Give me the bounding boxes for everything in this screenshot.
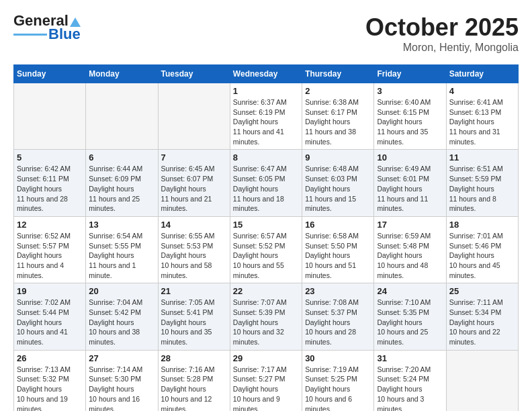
weekday-header: Monday xyxy=(86,65,158,83)
day-info: Sunrise: 7:07 AMSunset: 5:39 PMDaylight … xyxy=(233,298,299,347)
day-number: 22 xyxy=(233,286,299,296)
day-info: Sunrise: 7:08 AMSunset: 5:37 PMDaylight … xyxy=(305,298,371,347)
day-info: Sunrise: 6:40 AMSunset: 6:15 PMDaylight … xyxy=(377,97,443,146)
day-number: 21 xyxy=(161,286,227,296)
weekday-header: Thursday xyxy=(302,65,374,83)
day-info: Sunrise: 7:19 AMSunset: 5:25 PMDaylight … xyxy=(305,365,371,411)
calendar-cell: 16Sunrise: 6:58 AMSunset: 5:50 PMDayligh… xyxy=(302,216,374,283)
calendar-cell: 20Sunrise: 7:04 AMSunset: 5:42 PMDayligh… xyxy=(86,283,158,350)
calendar-cell: 29Sunrise: 7:17 AMSunset: 5:27 PMDayligh… xyxy=(230,350,302,411)
day-info: Sunrise: 6:37 AMSunset: 6:19 PMDaylight … xyxy=(233,97,299,146)
day-info: Sunrise: 6:58 AMSunset: 5:50 PMDaylight … xyxy=(305,231,371,280)
calendar-cell: 25Sunrise: 7:11 AMSunset: 5:34 PMDayligh… xyxy=(446,283,518,350)
calendar-cell: 3Sunrise: 6:40 AMSunset: 6:15 PMDaylight… xyxy=(374,83,446,150)
weekday-header: Tuesday xyxy=(158,65,230,83)
month-title: October 2025 xyxy=(365,13,519,42)
calendar-week-row: 5Sunrise: 6:42 AMSunset: 6:11 PMDaylight… xyxy=(14,150,519,216)
calendar-cell xyxy=(14,83,86,150)
weekday-header: Friday xyxy=(374,65,446,83)
calendar-cell: 28Sunrise: 7:16 AMSunset: 5:28 PMDayligh… xyxy=(158,350,230,411)
day-number: 2 xyxy=(305,86,371,96)
calendar-cell: 18Sunrise: 7:01 AMSunset: 5:46 PMDayligh… xyxy=(446,216,518,283)
logo: General Blue xyxy=(13,13,81,42)
page-header: General Blue October 2025 Moron, Hentiy,… xyxy=(13,13,519,54)
calendar-cell: 6Sunrise: 6:44 AMSunset: 6:09 PMDaylight… xyxy=(86,150,158,216)
calendar-cell: 19Sunrise: 7:02 AMSunset: 5:44 PMDayligh… xyxy=(14,283,86,350)
day-number: 27 xyxy=(89,353,154,363)
weekday-header: Sunday xyxy=(14,65,86,83)
day-number: 17 xyxy=(377,220,443,230)
day-number: 19 xyxy=(17,286,83,296)
day-info: Sunrise: 6:52 AMSunset: 5:57 PMDaylight … xyxy=(17,231,83,280)
day-info: Sunrise: 7:02 AMSunset: 5:44 PMDaylight … xyxy=(17,298,83,347)
day-info: Sunrise: 7:20 AMSunset: 5:24 PMDaylight … xyxy=(377,365,443,411)
day-number: 20 xyxy=(89,286,154,296)
day-info: Sunrise: 6:49 AMSunset: 6:01 PMDaylight … xyxy=(377,164,443,213)
calendar-cell: 26Sunrise: 7:13 AMSunset: 5:32 PMDayligh… xyxy=(14,350,86,411)
day-info: Sunrise: 7:17 AMSunset: 5:27 PMDaylight … xyxy=(233,365,299,411)
day-number: 7 xyxy=(161,152,227,163)
calendar-cell xyxy=(158,83,230,150)
day-number: 4 xyxy=(449,86,515,96)
day-number: 31 xyxy=(377,353,443,363)
calendar-cell: 2Sunrise: 6:38 AMSunset: 6:17 PMDaylight… xyxy=(302,83,374,150)
day-number: 25 xyxy=(449,286,515,296)
calendar-body: 1Sunrise: 6:37 AMSunset: 6:19 PMDaylight… xyxy=(14,83,519,412)
day-number: 28 xyxy=(161,353,227,363)
day-number: 30 xyxy=(305,353,371,363)
calendar-table: SundayMondayTuesdayWednesdayThursdayFrid… xyxy=(13,64,519,411)
calendar-cell: 30Sunrise: 7:19 AMSunset: 5:25 PMDayligh… xyxy=(302,350,374,411)
day-info: Sunrise: 6:41 AMSunset: 6:13 PMDaylight … xyxy=(449,97,515,146)
calendar-cell: 24Sunrise: 7:10 AMSunset: 5:35 PMDayligh… xyxy=(374,283,446,350)
day-info: Sunrise: 6:38 AMSunset: 6:17 PMDaylight … xyxy=(305,97,371,146)
day-number: 5 xyxy=(17,152,83,163)
day-info: Sunrise: 7:05 AMSunset: 5:41 PMDaylight … xyxy=(161,298,227,347)
calendar-cell: 22Sunrise: 7:07 AMSunset: 5:39 PMDayligh… xyxy=(230,283,302,350)
day-number: 10 xyxy=(377,152,443,163)
day-info: Sunrise: 7:14 AMSunset: 5:30 PMDaylight … xyxy=(89,365,154,411)
calendar-cell: 31Sunrise: 7:20 AMSunset: 5:24 PMDayligh… xyxy=(374,350,446,411)
logo-blue-text: Blue xyxy=(48,27,81,42)
day-info: Sunrise: 6:48 AMSunset: 6:03 PMDaylight … xyxy=(305,164,371,213)
calendar-week-row: 19Sunrise: 7:02 AMSunset: 5:44 PMDayligh… xyxy=(14,283,519,350)
calendar-cell: 7Sunrise: 6:45 AMSunset: 6:07 PMDaylight… xyxy=(158,150,230,216)
calendar-cell: 23Sunrise: 7:08 AMSunset: 5:37 PMDayligh… xyxy=(302,283,374,350)
day-info: Sunrise: 6:42 AMSunset: 6:11 PMDaylight … xyxy=(17,164,83,213)
weekday-header: Saturday xyxy=(446,65,518,83)
day-info: Sunrise: 6:44 AMSunset: 6:09 PMDaylight … xyxy=(89,164,154,213)
day-number: 15 xyxy=(233,220,299,230)
day-number: 13 xyxy=(89,220,154,230)
day-number: 1 xyxy=(233,86,299,96)
day-number: 14 xyxy=(161,220,227,230)
calendar-cell: 14Sunrise: 6:55 AMSunset: 5:53 PMDayligh… xyxy=(158,216,230,283)
calendar-cell: 12Sunrise: 6:52 AMSunset: 5:57 PMDayligh… xyxy=(14,216,86,283)
calendar-week-row: 1Sunrise: 6:37 AMSunset: 6:19 PMDaylight… xyxy=(14,83,519,150)
calendar-cell: 27Sunrise: 7:14 AMSunset: 5:30 PMDayligh… xyxy=(86,350,158,411)
day-number: 12 xyxy=(17,220,83,230)
day-number: 11 xyxy=(449,152,515,163)
day-info: Sunrise: 6:59 AMSunset: 5:48 PMDaylight … xyxy=(377,231,443,280)
day-info: Sunrise: 6:54 AMSunset: 5:55 PMDaylight … xyxy=(89,231,154,280)
day-number: 6 xyxy=(89,152,154,163)
day-info: Sunrise: 6:55 AMSunset: 5:53 PMDaylight … xyxy=(161,231,227,280)
calendar-cell: 8Sunrise: 6:47 AMSunset: 6:05 PMDaylight… xyxy=(230,150,302,216)
day-number: 9 xyxy=(305,152,371,163)
day-info: Sunrise: 7:11 AMSunset: 5:34 PMDaylight … xyxy=(449,298,515,347)
calendar-cell: 13Sunrise: 6:54 AMSunset: 5:55 PMDayligh… xyxy=(86,216,158,283)
calendar-week-row: 26Sunrise: 7:13 AMSunset: 5:32 PMDayligh… xyxy=(14,350,519,411)
day-info: Sunrise: 6:57 AMSunset: 5:52 PMDaylight … xyxy=(233,231,299,280)
calendar-cell xyxy=(86,83,158,150)
day-number: 23 xyxy=(305,286,371,296)
day-info: Sunrise: 6:45 AMSunset: 6:07 PMDaylight … xyxy=(161,164,227,213)
day-number: 18 xyxy=(449,220,515,230)
calendar-cell: 10Sunrise: 6:49 AMSunset: 6:01 PMDayligh… xyxy=(374,150,446,216)
location: Moron, Hentiy, Mongolia xyxy=(365,42,519,54)
title-section: October 2025 Moron, Hentiy, Mongolia xyxy=(365,13,519,54)
day-number: 24 xyxy=(377,286,443,296)
calendar-cell xyxy=(446,350,518,411)
calendar-week-row: 12Sunrise: 6:52 AMSunset: 5:57 PMDayligh… xyxy=(14,216,519,283)
calendar-cell: 5Sunrise: 6:42 AMSunset: 6:11 PMDaylight… xyxy=(14,150,86,216)
calendar-cell: 15Sunrise: 6:57 AMSunset: 5:52 PMDayligh… xyxy=(230,216,302,283)
day-number: 8 xyxy=(233,152,299,163)
day-info: Sunrise: 7:10 AMSunset: 5:35 PMDaylight … xyxy=(377,298,443,347)
